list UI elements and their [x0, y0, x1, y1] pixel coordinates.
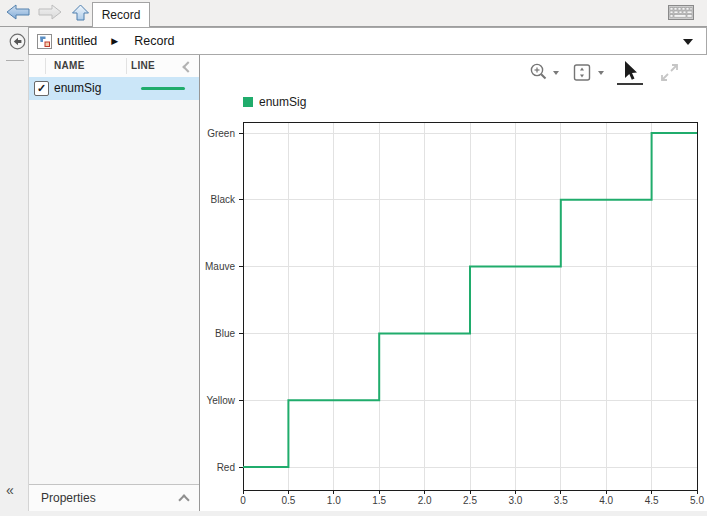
column-divider: [126, 58, 127, 74]
svg-text:Blue: Blue: [215, 328, 235, 339]
svg-text:Black: Black: [211, 194, 236, 205]
top-toolbar: Record: [0, 0, 707, 27]
column-header-name: NAME: [54, 60, 85, 71]
show-navigation-button[interactable]: [9, 33, 26, 50]
signal-name: enumSig: [54, 81, 101, 95]
svg-text:Red: Red: [217, 462, 235, 473]
svg-text:2.5: 2.5: [463, 495, 477, 506]
strip-divider: [6, 60, 24, 61]
svg-text:0.5: 0.5: [281, 495, 295, 506]
forward-button[interactable]: [36, 4, 64, 24]
svg-text:1.0: 1.0: [327, 495, 341, 506]
window-bottom-strip: [0, 511, 707, 516]
table-row[interactable]: ✓ enumSig: [29, 77, 199, 100]
back-button[interactable]: [4, 4, 32, 24]
column-divider: [45, 58, 46, 74]
column-header-line: LINE: [131, 60, 155, 71]
svg-text:0: 0: [240, 495, 246, 506]
svg-text:Yellow: Yellow: [206, 395, 235, 406]
plot-panel: enumSig 00.51.01.52.02.53.03.54.04.55.0R…: [200, 55, 707, 516]
properties-bar[interactable]: Properties: [29, 484, 199, 512]
tab-label: Record: [102, 8, 141, 22]
keyboard-icon: [668, 5, 694, 24]
up-arrow-icon: [70, 3, 91, 26]
model-icon: [37, 34, 52, 49]
collapse-panel-button[interactable]: «: [6, 482, 14, 498]
properties-label: Properties: [41, 491, 96, 505]
collapse-columns-icon[interactable]: [182, 61, 193, 72]
breadcrumb-dropdown-icon[interactable]: [683, 39, 693, 45]
back-arrow-icon: [5, 3, 31, 25]
svg-text:3.0: 3.0: [508, 495, 522, 506]
svg-text:4.5: 4.5: [645, 495, 659, 506]
svg-text:Mauve: Mauve: [205, 261, 235, 272]
breadcrumb-item-record[interactable]: Record: [134, 34, 174, 48]
signal-checkbox[interactable]: ✓: [34, 81, 49, 96]
breadcrumb: untitled ▶ Record: [28, 27, 707, 55]
svg-text:1.5: 1.5: [372, 495, 386, 506]
svg-text:4.0: 4.0: [599, 495, 613, 506]
svg-text:2.0: 2.0: [418, 495, 432, 506]
tab-record[interactable]: Record: [92, 2, 150, 27]
svg-text:Green: Green: [207, 128, 235, 139]
signals-panel: NAME LINE ✓ enumSig Properties: [28, 55, 200, 516]
up-button[interactable]: [66, 4, 94, 24]
breadcrumb-item-untitled[interactable]: untitled: [57, 34, 97, 48]
record-window: Record: [0, 0, 707, 516]
table-header: NAME LINE: [29, 55, 199, 78]
left-strip: «: [0, 27, 28, 516]
signal-line-swatch: [141, 87, 185, 90]
keyboard-shortcuts-button[interactable]: [666, 5, 696, 23]
breadcrumb-separator-icon: ▶: [111, 36, 118, 46]
plot-area[interactable]: 00.51.01.52.02.53.03.54.04.55.0RedYellow…: [200, 55, 707, 516]
chevron-up-icon: [178, 494, 189, 505]
svg-text:5.0: 5.0: [690, 495, 704, 506]
forward-arrow-icon: [37, 3, 63, 25]
svg-text:3.5: 3.5: [554, 495, 568, 506]
